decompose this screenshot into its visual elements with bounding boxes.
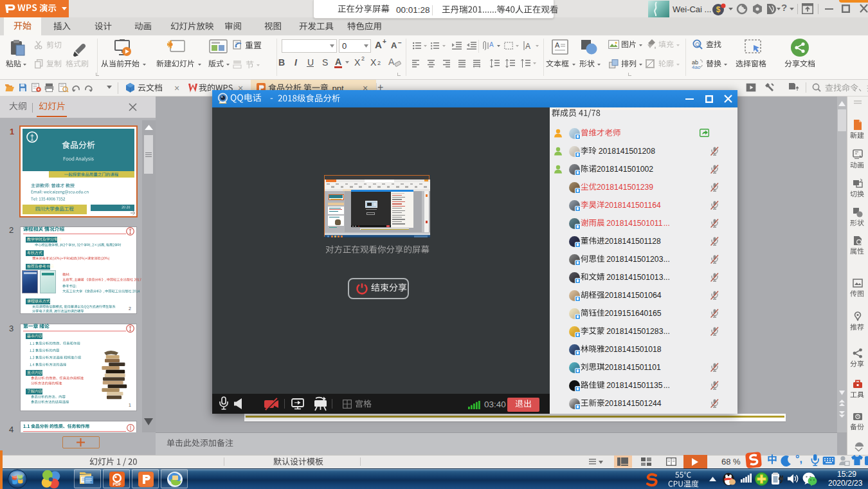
svg-text:A: A — [555, 41, 560, 49]
svg-text:PDF: PDF — [113, 482, 122, 486]
svg-text:A: A — [525, 42, 530, 51]
svg-text:A: A — [388, 57, 395, 67]
svg-text:Q: Q — [695, 41, 700, 48]
svg-text:$: $ — [716, 5, 721, 14]
svg-text:A: A — [489, 41, 494, 48]
svg-text:4ac: 4ac — [692, 64, 700, 70]
